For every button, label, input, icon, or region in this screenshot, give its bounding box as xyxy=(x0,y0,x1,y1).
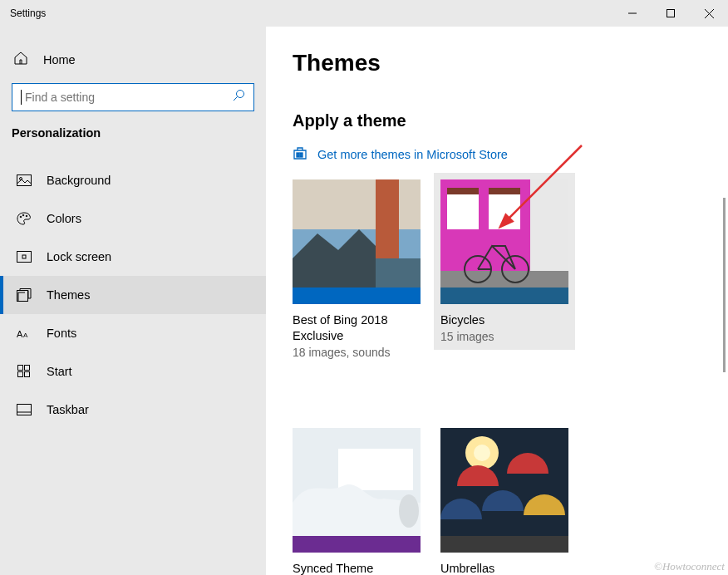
theme-meta: 15 images xyxy=(440,330,568,343)
sidebar-item-fonts[interactable]: AA Fonts xyxy=(0,314,266,352)
sidebar-item-label: Background xyxy=(47,174,111,187)
svg-point-10 xyxy=(26,215,27,217)
svg-point-9 xyxy=(22,214,24,216)
theme-thumbnail xyxy=(440,428,568,553)
sidebar-item-label: Colors xyxy=(47,212,81,225)
theme-thumbnail xyxy=(293,428,421,553)
sidebar-item-label: Taskbar xyxy=(47,403,89,416)
sidebar-item-label: Themes xyxy=(47,288,90,302)
search-field[interactable] xyxy=(23,90,232,105)
theme-card-bicycles[interactable]: Bicycles 15 images xyxy=(434,173,575,350)
store-link-text: Get more themes in Microsoft Store xyxy=(317,148,508,161)
theme-name: Best of Bing 2018 Exclusive xyxy=(293,312,421,344)
sidebar-item-colors[interactable]: Colors xyxy=(0,199,266,238)
svg-rect-1 xyxy=(667,10,675,17)
theme-accent-strip xyxy=(293,536,421,553)
svg-text:A: A xyxy=(23,332,28,339)
theme-accent-strip xyxy=(293,288,421,304)
store-icon xyxy=(293,145,307,163)
svg-rect-36 xyxy=(440,271,568,288)
svg-rect-17 xyxy=(25,366,30,371)
content-area: Themes Apply a theme Get more themes in … xyxy=(266,27,728,575)
svg-rect-40 xyxy=(338,449,413,490)
theme-card-umbrellas[interactable]: Umbrellas xyxy=(440,428,568,575)
home-label: Home xyxy=(43,53,76,66)
svg-rect-16 xyxy=(18,366,23,371)
maximize-button[interactable] xyxy=(652,0,690,27)
search-input[interactable] xyxy=(12,83,254,111)
section-heading: Apply a theme xyxy=(293,111,701,130)
svg-rect-11 xyxy=(17,252,32,263)
image-icon xyxy=(17,174,32,186)
sidebar-item-label: Fonts xyxy=(47,327,76,340)
theme-accent-strip xyxy=(440,536,568,553)
svg-rect-6 xyxy=(17,175,32,186)
sidebar-item-lockscreen[interactable]: Lock screen xyxy=(0,238,266,276)
svg-point-41 xyxy=(399,494,419,528)
theme-name: Synced Theme xyxy=(293,561,421,575)
svg-text:A: A xyxy=(17,329,23,339)
sidebar-item-label: Start xyxy=(47,365,72,378)
svg-rect-20 xyxy=(17,405,32,415)
start-icon xyxy=(17,365,32,378)
close-button[interactable] xyxy=(690,0,728,27)
svg-line-5 xyxy=(234,97,238,101)
sidebar-item-taskbar[interactable]: Taskbar xyxy=(0,391,266,429)
svg-point-4 xyxy=(237,91,244,98)
sidebar-item-start[interactable]: Start xyxy=(0,352,266,391)
titlebar: Settings xyxy=(0,0,728,27)
text-caret xyxy=(21,90,22,105)
window-title: Settings xyxy=(0,7,613,19)
theme-meta: 18 images, sounds xyxy=(293,346,421,359)
svg-rect-23 xyxy=(300,153,303,155)
svg-rect-25 xyxy=(300,155,303,157)
search-icon xyxy=(232,89,245,106)
svg-rect-26 xyxy=(293,179,421,229)
svg-rect-24 xyxy=(297,155,299,157)
taskbar-icon xyxy=(17,404,32,415)
sidebar-item-themes[interactable]: Themes xyxy=(0,276,266,314)
section-title: Personalization xyxy=(0,126,266,140)
minimize-button[interactable] xyxy=(613,0,652,27)
theme-card-synced[interactable]: Synced Theme xyxy=(293,428,421,575)
scrollbar[interactable] xyxy=(723,198,726,372)
palette-icon xyxy=(17,212,32,225)
theme-card-bestofbing[interactable]: Best of Bing 2018 Exclusive 18 images, s… xyxy=(293,179,421,375)
svg-rect-22 xyxy=(297,153,299,155)
theme-accent-strip xyxy=(440,288,568,304)
svg-rect-18 xyxy=(18,372,23,377)
sidebar-item-background[interactable]: Background xyxy=(0,161,266,199)
store-link[interactable]: Get more themes in Microsoft Store xyxy=(293,145,701,163)
theme-name: Bicycles xyxy=(440,312,568,328)
themes-icon xyxy=(17,288,32,302)
watermark: ©Howtoconnect xyxy=(654,560,725,573)
sidebar-item-label: Lock screen xyxy=(47,250,111,263)
home-icon xyxy=(13,51,28,69)
theme-thumbnail xyxy=(440,179,568,304)
svg-rect-19 xyxy=(25,372,30,377)
page-title: Themes xyxy=(293,50,701,76)
svg-rect-34 xyxy=(489,188,520,194)
theme-thumbnail xyxy=(293,179,421,304)
fonts-icon: AA xyxy=(17,327,32,339)
home-nav[interactable]: Home xyxy=(0,43,266,76)
svg-rect-32 xyxy=(447,188,479,194)
svg-point-44 xyxy=(474,445,490,461)
svg-rect-12 xyxy=(22,255,26,258)
sidebar: Home Personalization Background Colors xyxy=(0,27,266,575)
svg-point-8 xyxy=(20,216,22,218)
theme-name: Umbrellas xyxy=(440,561,568,575)
lockscreen-icon xyxy=(17,251,32,263)
